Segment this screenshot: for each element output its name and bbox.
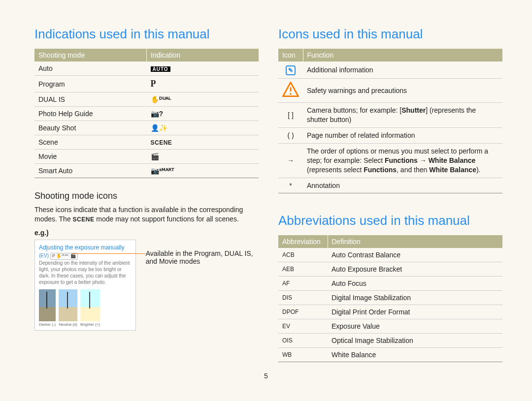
abbr-th-abbr: Abbreviation xyxy=(278,235,328,248)
photo-help-guide-icon: 📷? xyxy=(151,110,164,118)
example-mode-icons: P ✋ᴰᵁᴬᴸ 🎬 xyxy=(50,253,78,260)
mode-cell: Movie xyxy=(34,150,147,164)
mode-cell: Smart Auto xyxy=(34,164,147,178)
abbr-cell: WB xyxy=(278,348,328,362)
page-number: 5 xyxy=(0,372,532,380)
manual-page: Indications used in this manual Shooting… xyxy=(0,0,532,362)
def-cell: Digital Image Stabilization xyxy=(328,291,502,305)
icon-cell: ( ) xyxy=(278,127,303,143)
table-row: DPOFDigital Print Order Format xyxy=(278,305,502,319)
def-cell: White Balance xyxy=(328,348,502,362)
abbr-cell: AEB xyxy=(278,262,328,277)
function-cell: Annotation xyxy=(303,178,502,193)
abbr-cell: OIS xyxy=(278,334,328,348)
auto-badge-icon: AUTO xyxy=(151,66,170,72)
icons-heading: Icons used in this manual xyxy=(278,27,502,42)
table-row: Safety warnings and precautions xyxy=(278,79,502,103)
scene-icon: SCENE xyxy=(151,139,172,146)
indication-cell: 👤✨ xyxy=(147,121,259,135)
table-row: ProgramP xyxy=(34,76,259,93)
program-icon: P xyxy=(151,79,156,89)
thumb-brighter: Brighter (+) xyxy=(80,289,100,327)
indication-cell: 📷ˢᴹᴬᴿᵀ xyxy=(147,164,259,178)
thumb-darker: Darker (-) xyxy=(39,289,56,327)
def-cell: Auto Contrast Balance xyxy=(328,248,502,262)
icons-th-function: Function xyxy=(303,49,502,62)
indication-cell: 🎬 xyxy=(147,150,259,164)
def-cell: Optical Image Stabilization xyxy=(328,334,502,348)
example-thumbs: Darker (-) Neutral (0) Brighter (+) xyxy=(39,289,132,327)
table-row: EVExposure Value xyxy=(278,319,502,334)
mode-cell: Program xyxy=(34,76,147,93)
example-title: Adjusting the exposure manually xyxy=(39,244,132,252)
indication-cell: P xyxy=(147,76,259,93)
mode-cell: Auto xyxy=(34,62,147,76)
abbr-table: Abbreviation Definition ACBAuto Contrast… xyxy=(278,235,502,362)
table-row: OISOptical Image Stabilization xyxy=(278,334,502,348)
shooting-mode-icons-heading: Shooting mode icons xyxy=(34,191,259,201)
table-row: [ ]Camera buttons; for example: [Shutter… xyxy=(278,103,502,128)
def-cell: Auto Focus xyxy=(328,277,502,291)
table-row: DUAL IS✋ᴰᵁᴬᴸ xyxy=(34,93,259,107)
table-row: AutoAUTO xyxy=(34,62,259,76)
table-row: Movie🎬 xyxy=(34,150,259,164)
table-row: DISDigital Image Stabilization xyxy=(278,291,502,305)
icon-cell: * xyxy=(278,178,303,193)
function-cell: Safety warnings and precautions xyxy=(303,79,502,103)
table-row: SceneSCENE xyxy=(34,135,259,150)
table-row: WBWhite Balance xyxy=(278,348,502,362)
movie-icon: 🎬 xyxy=(151,153,159,160)
indications-heading: Indications used in this manual xyxy=(34,27,259,42)
abbr-cell: EV xyxy=(278,319,328,334)
function-cell: Page number of related information xyxy=(303,127,502,143)
table-row: AEBAuto Exposure Bracket xyxy=(278,262,502,277)
desc-scene: SCENE xyxy=(73,216,95,223)
indications-th-indication: Indication xyxy=(147,49,259,62)
example-body: Depending on the intensity of the ambien… xyxy=(39,260,132,285)
shooting-mode-icons-desc: These icons indicate that a function is … xyxy=(34,205,259,224)
thumb-neutral: Neutral (0) xyxy=(59,289,77,327)
table-row: Photo Help Guide📷? xyxy=(34,107,259,121)
table-row: →The order of options or menus you must … xyxy=(278,143,502,178)
warning-icon xyxy=(282,89,299,99)
mode-cell: Beauty Shot xyxy=(34,121,147,135)
table-row: Smart Auto📷ˢᴹᴬᴿᵀ xyxy=(34,164,259,178)
def-cell: Digital Print Order Format xyxy=(328,305,502,319)
abbr-cell: DPOF xyxy=(278,305,328,319)
svg-point-1 xyxy=(290,93,292,95)
example-callout: Available in the Program, DUAL IS, and M… xyxy=(146,240,259,331)
right-column: Icons used in this manual Icon Function … xyxy=(278,27,502,362)
mode-cell: Photo Help Guide xyxy=(34,107,147,121)
def-cell: Exposure Value xyxy=(328,319,502,334)
def-cell: Auto Exposure Bracket xyxy=(328,262,502,277)
abbr-th-def: Definition xyxy=(328,235,502,248)
table-row: Beauty Shot👤✨ xyxy=(34,121,259,135)
function-cell: Additional information xyxy=(303,62,502,79)
function-cell: Camera buttons; for example: [Shutter] (… xyxy=(303,103,502,128)
abbr-cell: AF xyxy=(278,277,328,291)
example-ev-label: (EV) xyxy=(39,253,49,258)
smart-auto-icon: 📷ˢᴹᴬᴿᵀ xyxy=(151,167,174,175)
indications-th-mode: Shooting mode xyxy=(34,49,147,62)
table-row: ACBAuto Contrast Balance xyxy=(278,248,502,262)
mode-cell: Scene xyxy=(34,135,147,150)
left-column: Indications used in this manual Shooting… xyxy=(34,27,259,362)
eg-label: e.g.) xyxy=(34,229,259,237)
indications-table: Shooting mode Indication AutoAUTOProgram… xyxy=(34,49,259,178)
icon-cell: ✎ xyxy=(278,62,303,79)
icons-table: Icon Function ✎Additional informationSaf… xyxy=(278,49,502,193)
indication-cell: SCENE xyxy=(147,135,259,150)
abbr-cell: ACB xyxy=(278,248,328,262)
icon-cell xyxy=(278,79,303,103)
dual-is-icon: ✋ᴰᵁᴬᴸ xyxy=(151,95,171,103)
indication-cell: 📷? xyxy=(147,107,259,121)
icon-cell: → xyxy=(278,143,303,178)
indication-cell: AUTO xyxy=(147,62,259,76)
icons-th-icon: Icon xyxy=(278,49,303,62)
table-row: *Annotation xyxy=(278,178,502,193)
abbr-heading: Abbreviations used in this manual xyxy=(278,213,502,228)
example-row: Adjusting the exposure manually (EV) P ✋… xyxy=(34,240,259,331)
icon-cell: [ ] xyxy=(278,103,303,128)
note-icon: ✎ xyxy=(286,65,296,75)
table-row: AFAuto Focus xyxy=(278,277,502,291)
